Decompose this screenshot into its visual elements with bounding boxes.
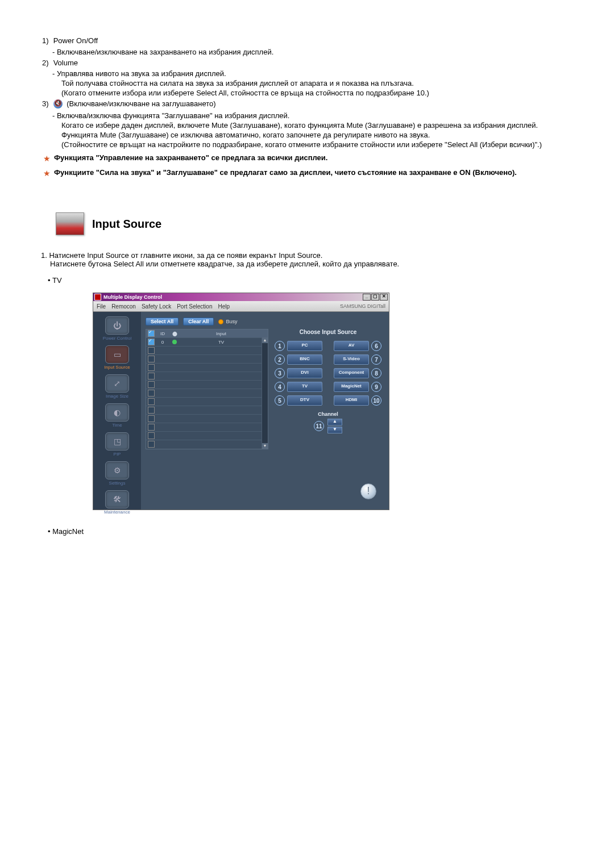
sidebar-label-pip: PIP xyxy=(98,452,136,457)
row-checkbox[interactable] xyxy=(148,390,155,397)
table-row[interactable] xyxy=(146,440,268,448)
sidebar-label-time: Time xyxy=(98,423,136,428)
badge-9: 9 xyxy=(371,382,381,392)
close-button[interactable]: ✕ xyxy=(380,294,388,301)
sidebar-item-settings[interactable]: ⚙ Settings xyxy=(98,461,136,488)
item1-number: 1) xyxy=(42,36,50,46)
maintenance-icon: 🛠 xyxy=(105,490,129,508)
source-bnc-button[interactable]: BNC xyxy=(287,354,322,365)
table-row[interactable] xyxy=(146,372,268,380)
item3-desc-d: (Стойностите се връщат на настройките по… xyxy=(27,140,587,149)
table-row[interactable] xyxy=(146,431,268,440)
row-checkbox[interactable] xyxy=(148,398,155,405)
table-row[interactable]: 0 TV xyxy=(146,337,268,346)
display-table: ID ⬤ Input 0 TV xyxy=(146,329,268,449)
power-icon: ⏻ xyxy=(105,316,129,335)
source-magicnet-button[interactable]: MagicNet xyxy=(334,382,369,392)
source-pc-button[interactable]: PC xyxy=(287,341,322,351)
source-svideo-button[interactable]: S-Video xyxy=(334,354,369,365)
badge-4: 4 xyxy=(275,382,285,392)
row-id: 0 xyxy=(156,340,169,345)
table-row[interactable] xyxy=(146,380,268,389)
item1-desc: - Включване/изключване на захранването н… xyxy=(27,48,587,56)
scroll-down-button[interactable]: ▼ xyxy=(262,443,268,449)
source-av-button[interactable]: AV xyxy=(334,341,369,351)
row-checkbox[interactable] xyxy=(148,424,155,431)
sidebar-item-input-source[interactable]: ▭ Input Source xyxy=(98,345,136,372)
menu-safety-lock[interactable]: Safety Lock xyxy=(142,303,171,310)
table-row[interactable] xyxy=(146,346,268,354)
sidebar-label-maintenance: Maintenance xyxy=(98,510,136,515)
source-tv-button[interactable]: TV xyxy=(287,382,322,392)
clear-all-button[interactable]: Clear All xyxy=(183,318,214,326)
table-row[interactable] xyxy=(146,354,268,363)
item3-desc-a: - Включва/изключва функцията "Заглушаван… xyxy=(27,111,587,120)
minimize-button[interactable]: _ xyxy=(363,294,371,301)
sidebar-item-image-size[interactable]: ⤢ Image Size xyxy=(98,374,136,401)
table-row[interactable] xyxy=(146,363,268,372)
source-dvi-button[interactable]: DVI xyxy=(287,368,322,378)
table-row[interactable] xyxy=(146,414,268,423)
badge-11: 11 xyxy=(314,421,324,431)
header-checkbox[interactable] xyxy=(148,330,155,337)
row-checkbox[interactable] xyxy=(148,441,155,448)
channel-up-button[interactable]: ▲ xyxy=(327,419,342,425)
scroll-up-button[interactable]: ▲ xyxy=(262,337,268,343)
channel-down-button[interactable]: ▼ xyxy=(327,427,342,433)
menu-help[interactable]: Help xyxy=(218,303,230,310)
channel-title: Channel xyxy=(272,411,384,417)
source-hdmi-button[interactable]: HDMI xyxy=(334,395,369,406)
row-checkbox[interactable] xyxy=(148,364,155,371)
sidebar-label-image: Image Size xyxy=(98,394,136,399)
maximize-button[interactable]: ▢ xyxy=(371,294,379,301)
menubar: File Remocon Safety Lock Port Selection … xyxy=(93,301,389,312)
menu-file[interactable]: File xyxy=(97,303,106,310)
row-checkbox[interactable] xyxy=(148,347,155,354)
row-checkbox[interactable] xyxy=(148,339,155,345)
mute-icon xyxy=(53,99,63,108)
time-icon: ◐ xyxy=(105,403,129,422)
table-row[interactable] xyxy=(146,406,268,414)
note2-text: Функциите "Сила на звука" и "Заглушаване… xyxy=(54,168,517,177)
sidebar-item-maintenance[interactable]: 🛠 Maintenance xyxy=(98,490,136,517)
busy-indicator: Busy xyxy=(218,319,237,324)
table-row[interactable] xyxy=(146,389,268,397)
item2-title: Volume xyxy=(53,59,78,67)
window-titlebar[interactable]: Multiple Display Control _ ▢ ✕ xyxy=(93,293,389,301)
row-checkbox[interactable] xyxy=(148,381,155,388)
row-checkbox[interactable] xyxy=(148,407,155,414)
sidebar-item-power-control[interactable]: ⏻ Power Control xyxy=(98,316,136,343)
source-dtv-button[interactable]: DTV xyxy=(287,395,322,406)
bullet-magicnet: MagicNet xyxy=(48,527,84,536)
choose-input-source-title: Choose Input Source xyxy=(272,329,384,335)
source-component-button[interactable]: Component xyxy=(334,368,369,378)
input-source-section-icon xyxy=(56,212,84,235)
menu-port-selection[interactable]: Port Selection xyxy=(177,303,212,310)
badge-1: 1 xyxy=(275,341,285,351)
sidebar-item-pip[interactable]: ◳ PIP xyxy=(98,432,136,459)
table-row[interactable] xyxy=(146,397,268,406)
bullet-tv: TV xyxy=(48,276,62,285)
row-checkbox[interactable] xyxy=(148,415,155,422)
table-row[interactable] xyxy=(146,423,268,431)
row-checkbox[interactable] xyxy=(148,373,155,379)
ol-item-1b: Натиснете бутона Select All или отметнет… xyxy=(41,260,587,268)
row-input: TV xyxy=(180,340,262,345)
row-checkbox[interactable] xyxy=(148,432,155,439)
sidebar-label-input: Input Source xyxy=(98,365,136,370)
item3-number: 3) xyxy=(42,99,50,109)
badge-7: 7 xyxy=(371,354,381,365)
menu-remocon[interactable]: Remocon xyxy=(111,303,136,310)
row-checkbox[interactable] xyxy=(148,356,155,362)
table-scrollbar[interactable]: ▲ ▼ xyxy=(262,337,268,449)
item2-number: 2) xyxy=(42,58,50,68)
badge-10: 10 xyxy=(371,395,381,406)
note1-text: Функцията "Управление на захранването" с… xyxy=(54,153,327,162)
badge-2: 2 xyxy=(275,354,285,365)
info-icon[interactable]: ! xyxy=(360,483,376,499)
sidebar-item-time[interactable]: ◐ Time xyxy=(98,403,136,430)
app-logo-icon xyxy=(94,294,101,301)
select-all-button[interactable]: Select All xyxy=(146,318,179,326)
brand-label: SAMSUNG DIGITall xyxy=(340,303,385,309)
window-title: Multiple Display Control xyxy=(103,294,162,300)
